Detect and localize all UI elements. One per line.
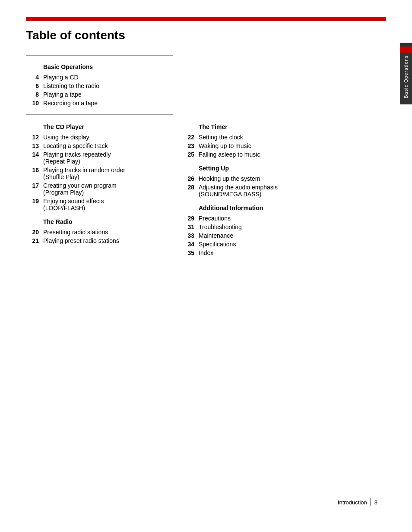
toc-entry: 6Listening to the radio (26, 82, 386, 89)
toc-entry: 10Recording on a tape (26, 100, 386, 107)
toc-entry: 14Playing tracks repeatedly(Repeat Play) (26, 151, 173, 165)
toc-entry: 29Precautions (181, 215, 386, 222)
cd-player-entries: 12Using the display13Locating a specific… (26, 134, 173, 211)
toc-entry: 19Enjoying sound effects(LOOP/FLASH) (26, 198, 173, 211)
toc-entry-text: Playing tracks repeatedly(Repeat Play) (43, 151, 111, 165)
toc-entry-text: Setting the clock (199, 134, 243, 141)
toc-page-number: 14 (26, 151, 39, 158)
radio-entries: 20Presetting radio stations21Playing pre… (26, 229, 173, 244)
footer: Introduction 3 (338, 498, 377, 506)
toc-page-number: 34 (181, 241, 194, 248)
toc-entry: 31Troubleshooting (181, 224, 386, 230)
toc-entry-text: Presetting radio stations (43, 229, 108, 236)
toc-page-number: 28 (181, 184, 194, 191)
divider-top (26, 55, 173, 56)
toc-entry-text: Enjoying sound effects(LOOP/FLASH) (43, 198, 104, 211)
toc-entry-text: Adjusting the audio emphasis(SOUND/MEGA … (199, 184, 278, 198)
additional-info-entries: 29Precautions31Troubleshooting33Maintena… (181, 215, 386, 256)
toc-entry-text: Creating your own program(Program Play) (43, 182, 117, 196)
toc-entry-text: Precautions (199, 215, 231, 222)
side-tab-label: Basic Operations (402, 53, 409, 101)
side-tab-accent (400, 47, 412, 53)
toc-entry-text: Locating a specific track (43, 142, 108, 149)
toc-entry-text: Troubleshooting (199, 224, 242, 230)
toc-page-number: 29 (181, 215, 194, 222)
toc-entry: 28Adjusting the audio emphasis(SOUND/MEG… (181, 184, 386, 198)
toc-entry-text: Playing a tape (43, 91, 82, 98)
divider-bottom (26, 114, 173, 115)
toc-entry: 23Waking up to music (181, 142, 386, 149)
toc-entry-text: Playing tracks in random order(Shuffle P… (43, 167, 125, 180)
additional-info-heading: Additional Information (199, 205, 386, 211)
toc-entry-text: Playing preset radio stations (43, 237, 119, 244)
toc-entry: 26Hooking up the system (181, 175, 386, 182)
toc-entry: 13Locating a specific track (26, 142, 173, 149)
toc-entry-text: Hooking up the system (199, 175, 260, 182)
basic-operations-heading: Basic Operations (43, 63, 386, 70)
toc-page-number: 26 (181, 175, 194, 182)
footer-label: Introduction (338, 499, 367, 506)
toc-entry-text: Listening to the radio (43, 82, 99, 89)
setting-up-entries: 26Hooking up the system28Adjusting the a… (181, 175, 386, 198)
toc-entry-text: Specifications (199, 241, 236, 248)
toc-entry: 34Specifications (181, 241, 386, 248)
toc-entry: 21Playing preset radio stations (26, 237, 173, 244)
timer-heading: The Timer (199, 123, 386, 130)
toc-entry-text: Waking up to music (199, 142, 251, 149)
toc-page-number: 4 (26, 74, 39, 81)
setting-up-heading: Setting Up (199, 165, 386, 172)
toc-page-number: 19 (26, 198, 39, 205)
toc-entry: 25Falling asleep to music (181, 151, 386, 158)
toc-page-number: 16 (26, 167, 39, 173)
footer-divider (371, 498, 371, 506)
basic-operations-section: Basic Operations 4Playing a CD6Listening… (26, 63, 386, 107)
toc-entry-text: Playing a CD (43, 74, 79, 81)
toc-page-number: 22 (181, 134, 194, 141)
left-column: The CD Player 12Using the display13Locat… (26, 123, 173, 258)
radio-heading: The Radio (43, 218, 173, 225)
toc-page-number: 6 (26, 82, 39, 89)
top-bar (26, 17, 386, 21)
toc-entry-text: Index (199, 249, 213, 256)
toc-page-number: 35 (181, 249, 194, 256)
toc-entry: 16Playing tracks in random order(Shuffle… (26, 167, 173, 180)
footer-page: 3 (374, 499, 377, 506)
toc-entry: 20Presetting radio stations (26, 229, 173, 236)
toc-page-number: 12 (26, 134, 39, 141)
toc-entry: 35Index (181, 249, 386, 256)
toc-entry: 8Playing a tape (26, 91, 386, 98)
toc-entry: 22Setting the clock (181, 134, 386, 141)
basic-operations-entries: 4Playing a CD6Listening to the radio8Pla… (26, 74, 386, 107)
toc-entry-text: Using the display (43, 134, 89, 141)
toc-entry-text: Recording on a tape (43, 100, 98, 107)
toc-entry: 12Using the display (26, 134, 173, 141)
toc-page-number: 25 (181, 151, 194, 158)
page: Table of contents Basic Operations 4Play… (0, 0, 412, 532)
toc-page-number: 21 (26, 237, 39, 244)
toc-page-number: 10 (26, 100, 39, 107)
right-column: The Timer 22Setting the clock23Waking up… (173, 123, 386, 258)
page-title: Table of contents (26, 28, 386, 42)
toc-page-number: 13 (26, 142, 39, 149)
timer-entries: 22Setting the clock23Waking up to music2… (181, 134, 386, 158)
two-column-layout: The CD Player 12Using the display13Locat… (26, 123, 386, 258)
toc-entry-text: Falling asleep to music (199, 151, 260, 158)
toc-page-number: 33 (181, 232, 194, 239)
toc-page-number: 31 (181, 224, 194, 230)
cd-player-heading: The CD Player (43, 123, 173, 130)
side-tab: Basic Operations (400, 43, 412, 104)
toc-entry: 33Maintenance (181, 232, 386, 239)
toc-page-number: 8 (26, 91, 39, 98)
toc-entry: 4Playing a CD (26, 74, 386, 81)
toc-page-number: 23 (181, 142, 194, 149)
toc-entry-text: Maintenance (199, 232, 233, 239)
toc-page-number: 20 (26, 229, 39, 236)
toc-entry: 17Creating your own program(Program Play… (26, 182, 173, 196)
toc-page-number: 17 (26, 182, 39, 189)
